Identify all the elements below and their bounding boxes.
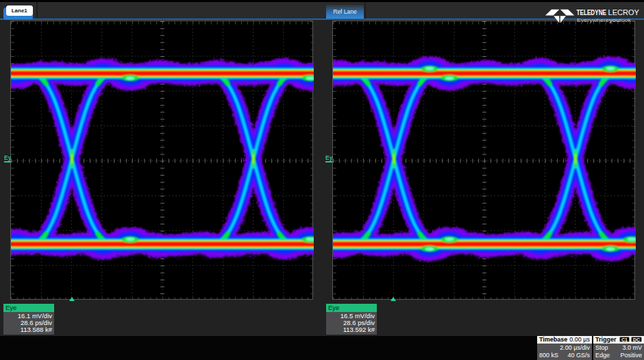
svg-text:LECROY: LECROY [608, 9, 640, 16]
svg-text:TELEDYNE: TELEDYNE [577, 9, 607, 16]
svg-text:Everywhereyoulook: Everywhereyoulook [577, 17, 631, 23]
